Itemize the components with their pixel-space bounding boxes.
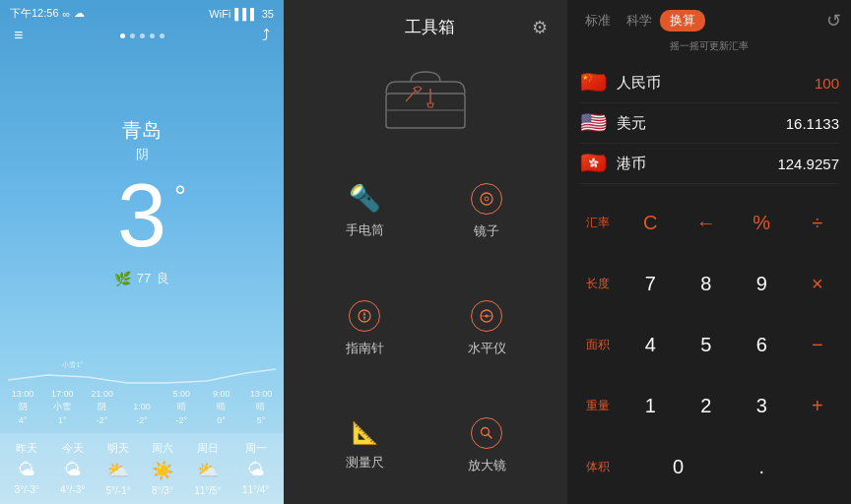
status-time: 下午12:56: [10, 6, 59, 21]
signal-icon: ▌▌▌: [234, 8, 257, 20]
tool-ruler[interactable]: 📐 测量尺: [303, 387, 426, 504]
currency-hkd[interactable]: 🇭🇰 港币 124.9257: [579, 144, 839, 184]
key-0[interactable]: 0: [622, 437, 734, 498]
calc-tabs: 标准 科学 换算 ↺: [567, 0, 851, 37]
label-length[interactable]: 长度: [573, 253, 622, 314]
tab-convert[interactable]: 换算: [660, 10, 705, 32]
tab-standard[interactable]: 标准: [577, 10, 619, 32]
calc-hint: 摇一摇可更新汇率: [567, 37, 851, 59]
back-icon[interactable]: ↺: [826, 10, 841, 32]
tab-scientific[interactable]: 科学: [619, 10, 660, 32]
tool-level[interactable]: 水平仪: [426, 270, 548, 387]
gear-icon[interactable]: ⚙: [532, 17, 548, 38]
currency-name-usd: 美元: [617, 114, 776, 133]
key-2[interactable]: 2: [679, 376, 735, 437]
city-name: 青岛: [122, 117, 162, 144]
key-decimal[interactable]: .: [734, 437, 790, 498]
key-7[interactable]: 7: [622, 253, 679, 314]
hourly-forecast: 小雪1° 13:00 阴 4° 17:00 小雪 1° 21:00 阴 -2° …: [0, 346, 284, 433]
tool-mirror-label: 镜子: [474, 222, 499, 240]
label-volume[interactable]: 体积: [573, 437, 622, 498]
key-5[interactable]: 5: [679, 314, 735, 375]
svg-point-5: [485, 197, 489, 201]
key-backspace[interactable]: ←: [679, 192, 735, 253]
status-bar: 下午12:56 ∞ ☁ WiFi ▌▌▌ 35: [0, 0, 284, 25]
magnifier-icon: [471, 417, 502, 449]
flag-hkd: 🇭🇰: [579, 150, 607, 177]
ruler-icon: 📐: [352, 420, 378, 446]
dot-1: [120, 33, 125, 38]
tool-compass[interactable]: 指南针: [303, 270, 426, 387]
dot-4: [150, 33, 155, 38]
tool-flashlight[interactable]: 🔦 手电筒: [303, 153, 426, 270]
key-multiply[interactable]: ×: [790, 253, 846, 314]
aqi-row: 🌿 77 良: [114, 270, 169, 287]
currency-section: 🇨🇳 人民币 100 🇺🇸 美元 16.1133 🇭🇰 港币 124.9257: [567, 59, 851, 188]
aqi-label: 良: [157, 270, 169, 287]
tool-flashlight-label: 手电筒: [346, 221, 384, 239]
key-4[interactable]: 4: [622, 314, 679, 375]
weather-main: 青岛 阴 3 ° 🌿 77 良: [0, 48, 284, 346]
status-icons: ☁: [74, 7, 85, 20]
key-8[interactable]: 8: [679, 253, 735, 314]
key-divide[interactable]: ÷: [790, 192, 846, 253]
key-clear[interactable]: C: [622, 192, 679, 253]
hour-item: 1:00 -2°: [127, 402, 157, 425]
day-item: 周六 ☀️ 8°/3°: [152, 441, 173, 496]
menu-icon[interactable]: ≡: [14, 27, 23, 44]
toolbox-hero-image: [284, 48, 567, 153]
key-minus[interactable]: −: [790, 314, 846, 375]
toolbox-panel: 工具箱 ⚙ 🔦 手电筒: [284, 0, 567, 504]
day-item: 明天 ⛅ 5°/-1°: [106, 441, 131, 496]
tool-level-label: 水平仪: [468, 340, 506, 357]
currency-value-cny: 100: [815, 75, 839, 92]
hour-item: 13:00 晴 5°: [246, 389, 276, 425]
currency-value-hkd: 124.9257: [777, 156, 839, 172]
day-item: 今天 🌤 4°/-3°: [60, 441, 85, 496]
status-left: 下午12:56 ∞ ☁: [10, 6, 85, 21]
svg-marker-8: [363, 316, 366, 321]
label-exchange[interactable]: 汇率: [573, 192, 622, 253]
temperature-display: 3 °: [117, 171, 166, 260]
level-icon: [471, 300, 502, 332]
svg-marker-7: [363, 311, 366, 316]
temp-value: 3: [117, 166, 166, 265]
label-area[interactable]: 面积: [573, 314, 622, 375]
currency-cny[interactable]: 🇨🇳 人民币 100: [579, 63, 839, 103]
tool-magnifier-label: 放大镜: [468, 457, 506, 474]
svg-point-4: [481, 193, 492, 205]
battery-value: 35: [262, 8, 274, 20]
tool-magnifier[interactable]: 放大镜: [426, 387, 548, 504]
weather-top-bar: ≡ ⤴: [0, 25, 284, 48]
calculator-panel: 标准 科学 换算 ↺ 摇一摇可更新汇率 🇨🇳 人民币 100 🇺🇸 美元 16.…: [567, 0, 851, 504]
key-plus[interactable]: +: [790, 376, 846, 437]
label-weight[interactable]: 重量: [573, 376, 622, 437]
degree-symbol: °: [174, 181, 186, 211]
snow-curve: 小雪1°: [8, 355, 276, 385]
key-6[interactable]: 6: [734, 314, 790, 375]
status-signal: ∞: [63, 8, 71, 20]
status-right: WiFi ▌▌▌ 35: [209, 8, 274, 20]
key-percent[interactable]: %: [734, 192, 790, 253]
currency-usd[interactable]: 🇺🇸 美元 16.1133: [579, 103, 839, 144]
day-item: 昨天 🌤 3°/-3°: [15, 441, 39, 496]
key-empty: [790, 437, 846, 498]
key-1[interactable]: 1: [622, 376, 679, 437]
toolbox-grid: 🔦 手电筒 镜子 指南针: [284, 153, 567, 504]
currency-name-hkd: 港币: [617, 155, 767, 173]
day-item: 周一 🌤 11°/4°: [242, 441, 269, 496]
hour-item: 5:00 晴 -2°: [166, 389, 196, 425]
share-icon[interactable]: ⤴: [262, 27, 270, 44]
compass-icon: [349, 300, 380, 332]
toolbox-title: 工具箱: [327, 16, 532, 38]
weather-panel: 下午12:56 ∞ ☁ WiFi ▌▌▌ 35 ≡ ⤴ 青岛 阴 3 ° 🌿: [0, 0, 284, 504]
tool-mirror[interactable]: 镜子: [426, 153, 548, 270]
tool-ruler-label: 测量尺: [346, 454, 384, 472]
hourly-row: 13:00 阴 4° 17:00 小雪 1° 21:00 阴 -2° 1:00 …: [8, 389, 276, 425]
weather-condition: 阴: [136, 146, 149, 163]
page-dots: [120, 33, 164, 38]
key-9[interactable]: 9: [734, 253, 790, 314]
aqi-value: 77: [137, 271, 151, 285]
key-3[interactable]: 3: [734, 376, 790, 437]
svg-text:小雪1°: 小雪1°: [62, 361, 83, 368]
